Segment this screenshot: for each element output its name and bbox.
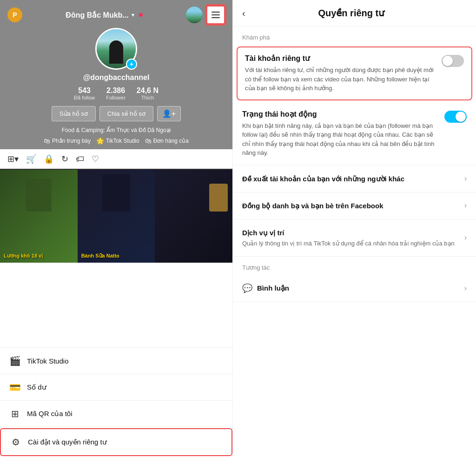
activity-status-row: Trạng thái hoạt động Khi bạn bật tính nă… <box>242 110 467 158</box>
activity-status-desc: Khi bạn bật tính năng này, cả bạn và bạn… <box>242 121 439 158</box>
top-bar: P Đông Bắc Mukb... ▾ <box>7 6 225 24</box>
section-label-tuongtac: Tương tác <box>233 257 476 275</box>
comment-icon: 💬 <box>242 283 252 293</box>
chevron-right-icon-2: › <box>464 201 467 210</box>
heart-icon[interactable]: ♡ <box>92 154 99 164</box>
settings-icon: ⚙ <box>10 437 21 448</box>
activity-status-content: Trạng thái hoạt động Khi bạn bật tính nă… <box>242 110 439 158</box>
chevron-down-icon: ▾ <box>132 12 134 18</box>
private-account-toggle[interactable] <box>442 55 464 67</box>
username-text: Đông Bắc Mukb... <box>66 11 128 20</box>
video-label-2: Bánh Sữa Natto <box>81 253 119 259</box>
star-icon: 🌟 <box>96 137 104 145</box>
tab-icons-row: ⊞▾ 🛒 🔒 ↻ 🏷 ♡ <box>0 149 232 170</box>
back-button[interactable]: ‹ <box>242 8 245 19</box>
wallet-icon: 💳 <box>9 382 20 393</box>
toggle-off[interactable] <box>442 55 464 67</box>
suggest-account-text: Đề xuất tài khoản của bạn với những ngườ… <box>242 174 464 184</box>
video-thumb-3[interactable] <box>155 170 232 263</box>
share-profile-button[interactable]: Chia sẻ hồ sơ <box>99 106 153 121</box>
video-grid: Lương khô 18 vị Bánh Sữa Natto <box>0 170 232 347</box>
stat-likes: 24,6 N Thích <box>137 86 159 100</box>
lock-icon[interactable]: 🔒 <box>44 154 54 164</box>
activity-status-item: Trạng thái hoạt động Khi bạn bật tính nă… <box>233 102 476 166</box>
quick-link-orders[interactable]: 🛍 Đơn hàng của <box>145 137 189 145</box>
username-area: Đông Bắc Mukb... ▾ <box>66 11 142 20</box>
tag-icon[interactable]: 🏷 <box>76 154 84 164</box>
left-panel: P Đông Bắc Mukb... ▾ <box>0 0 232 457</box>
stats-row: 543 Đã follow 2.386 Follower 24,6 N Thíc… <box>7 86 225 100</box>
toggle-on[interactable] <box>444 111 467 123</box>
bottom-menu: 🎬 TikTok Studio 💳 Số dư ⊞ Mã QR của tôi … <box>0 347 232 457</box>
location-service-item[interactable]: Dịch vụ vị trí Quản lý thông tin vị trí … <box>233 219 476 257</box>
stat-follow: 543 Đã follow <box>74 86 95 100</box>
quick-link-studio[interactable]: 🌟 TikTok Studio <box>96 137 139 145</box>
studio-icon: 🎬 <box>9 355 20 366</box>
chevron-right-icon-4: › <box>464 284 467 292</box>
hamburger-menu-button[interactable] <box>206 6 225 24</box>
add-avatar-button[interactable]: + <box>126 59 137 70</box>
suggest-account-item[interactable]: Đề xuất tài khoản của bạn với những ngườ… <box>233 166 476 192</box>
right-header: ‹ Quyền riêng tư <box>233 0 476 26</box>
top-bar-right <box>186 6 225 24</box>
private-account-desc: Với tài khoản riêng tư, chỉ những người … <box>245 66 436 93</box>
private-account-item: Tài khoản riêng tư Với tài khoản riêng t… <box>237 46 472 100</box>
avatar-large-container: + <box>7 28 225 70</box>
comment-text: Bình luận <box>257 283 464 293</box>
profile-letter-icon: P <box>7 7 22 22</box>
video-thumb-2[interactable]: Bánh Sữa Natto <box>78 170 155 263</box>
menu-item-settings[interactable]: ⚙ Cài đặt và quyền riêng tư <box>0 428 232 456</box>
profile-handle: @dongbacchannel <box>7 73 225 82</box>
repost-icon[interactable]: ↻ <box>61 154 68 164</box>
comment-item[interactable]: 💬 Bình luận › <box>233 275 476 302</box>
video-label-1: Lương khô 18 vị <box>4 253 43 259</box>
quick-links: 🛍 Phần trưng bày 🌟 TikTok Studio 🛍 Đơn h… <box>7 137 225 145</box>
quick-link-store[interactable]: 🛍 Phần trưng bày <box>44 137 91 145</box>
toggle-knob <box>443 56 453 66</box>
avatar-small <box>186 7 203 23</box>
notification-dot <box>139 13 143 17</box>
sync-contacts-item[interactable]: Đồng bộ danh bạ và bạn bè trên Facebook … <box>233 192 476 219</box>
chevron-right-icon-3: › <box>464 233 467 242</box>
private-account-row: Tài khoản riêng tư Với tài khoản riêng t… <box>245 54 464 93</box>
menu-item-qr[interactable]: ⊞ Mã QR của tôi <box>0 401 232 427</box>
bio-text: Food & Camping: Ẩm Thực và Đồ Dã Ngoại <box>7 127 225 133</box>
activity-status-toggle[interactable] <box>444 111 467 123</box>
action-buttons: Sửa hồ sơ Chia sẻ hồ sơ 👤+ <box>7 106 225 121</box>
page-title: Quyền riêng tư <box>251 7 452 19</box>
sync-contacts-text: Đồng bộ danh bạ và bạn bè trên Facebook <box>242 201 464 211</box>
location-service-text: Dịch vụ vị trí Quản lý thông tin vị trí … <box>242 228 464 248</box>
profile-header: P Đông Bắc Mukb... ▾ <box>0 0 232 149</box>
section-label-khampha: Khám phá <box>233 26 476 45</box>
right-panel: ‹ Quyền riêng tư Khám phá Tài khoản riên… <box>232 0 476 457</box>
cart-icon[interactable]: 🛒 <box>26 154 36 164</box>
store-icon: 🛍 <box>44 137 50 145</box>
chevron-right-icon: › <box>464 174 467 183</box>
toggle-knob-on <box>456 112 466 122</box>
grid-view-icon[interactable]: ⊞▾ <box>7 154 19 164</box>
video-thumb-1[interactable]: Lương khô 18 vị <box>0 170 78 263</box>
activity-status-title: Trạng thái hoạt động <box>242 110 439 119</box>
stat-follower: 2.386 Follower <box>106 86 126 100</box>
menu-item-balance[interactable]: 💳 Số dư <box>0 374 232 401</box>
edit-profile-button[interactable]: Sửa hồ sơ <box>52 106 96 121</box>
qr-icon: ⊞ <box>9 408 20 419</box>
menu-item-studio[interactable]: 🎬 TikTok Studio <box>0 348 232 374</box>
add-friend-button[interactable]: 👤+ <box>157 106 181 121</box>
private-account-title: Tài khoản riêng tư <box>245 54 436 63</box>
bag-icon: 🛍 <box>145 137 152 145</box>
add-person-icon: 👤+ <box>162 109 176 118</box>
private-account-content: Tài khoản riêng tư Với tài khoản riêng t… <box>245 54 436 93</box>
